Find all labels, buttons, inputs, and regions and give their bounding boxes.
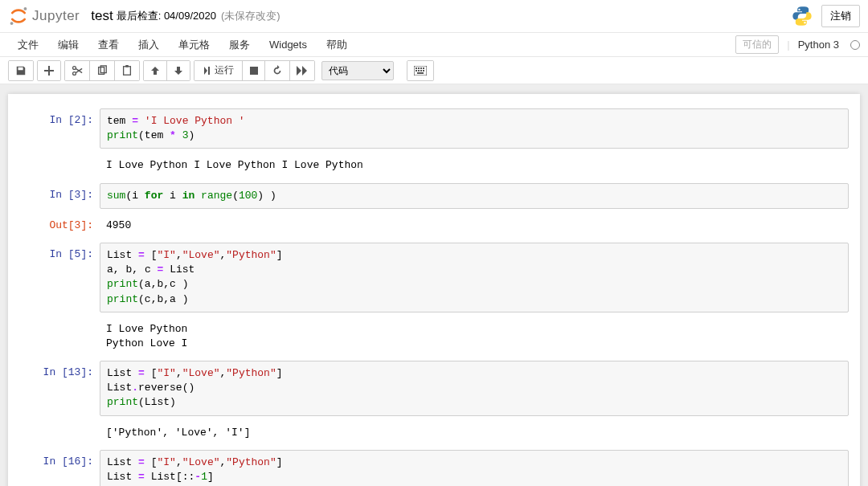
svg-rect-15	[423, 67, 424, 69]
notebook-header: Jupyter test 最后检查: 04/09/2020 (未保存改变) 注销	[0, 0, 868, 33]
arrow-down-icon	[174, 66, 183, 76]
svg-point-2	[798, 9, 800, 10]
code-cell: In [16]:List = ["I","Love","Python"] Lis…	[19, 450, 849, 486]
svg-point-1	[10, 22, 14, 25]
stdout: I Love Python I Love Python I Love Pytho…	[100, 153, 849, 178]
trusted-indicator[interactable]: 可信的	[735, 35, 779, 54]
out-prompt-empty	[19, 421, 100, 445]
menu-help[interactable]: 帮助	[317, 33, 357, 57]
code-input[interactable]: List = ["I","Love","Python"] a, b, c = L…	[100, 243, 849, 312]
save-icon	[15, 65, 27, 76]
plus-icon	[44, 66, 54, 76]
svg-rect-13	[418, 67, 420, 69]
run-label: 运行	[215, 63, 234, 77]
restart-button[interactable]	[265, 61, 290, 80]
svg-rect-20	[417, 72, 424, 74]
arrow-up-icon	[150, 66, 160, 76]
paste-icon	[121, 65, 133, 76]
out-prompt: Out[3]:	[19, 214, 100, 238]
out-prompt-empty	[19, 153, 100, 178]
save-button[interactable]	[9, 61, 33, 80]
svg-rect-19	[423, 70, 424, 71]
menu-kernel[interactable]: 服务	[219, 33, 260, 57]
menu-edit[interactable]: 编辑	[48, 33, 88, 57]
svg-rect-8	[124, 66, 131, 75]
move-up-button[interactable]	[144, 61, 167, 80]
jupyter-icon	[8, 6, 29, 27]
svg-rect-9	[125, 65, 129, 67]
menu-view[interactable]: 查看	[88, 33, 129, 57]
svg-point-0	[24, 7, 27, 10]
command-palette-button[interactable]	[407, 61, 433, 80]
notebook-scroll[interactable]: In [2]:tem = 'I Love Python ' print(tem …	[0, 84, 868, 486]
in-prompt: In [13]:	[19, 361, 100, 416]
paste-button[interactable]	[115, 61, 139, 80]
stop-icon	[250, 67, 258, 75]
logout-button[interactable]: 注销	[821, 5, 860, 27]
run-button[interactable]: 运行	[194, 61, 243, 80]
output-row: Out[3]:4950	[19, 214, 849, 238]
code-cell: In [2]:tem = 'I Love Python ' print(tem …	[19, 108, 849, 149]
code-cell: In [5]:List = ["I","Love","Python"] a, b…	[19, 243, 849, 312]
notebook-container: In [2]:tem = 'I Love Python ' print(tem …	[8, 94, 860, 486]
play-icon	[203, 67, 211, 75]
svg-rect-10	[250, 67, 258, 75]
copy-button[interactable]	[90, 61, 115, 80]
restart-icon	[272, 65, 283, 76]
svg-rect-18	[420, 70, 422, 71]
kernel-status-icon	[850, 40, 860, 50]
svg-rect-16	[416, 70, 417, 71]
jupyter-logo[interactable]: Jupyter	[8, 6, 80, 27]
cut-button[interactable]	[65, 61, 90, 80]
code-input[interactable]: List = ["I","Love","Python"] List.revers…	[100, 361, 849, 416]
toolbar: 运行 代码	[0, 57, 868, 84]
keyboard-icon	[414, 66, 427, 76]
menubar: 文件 编辑 查看 插入 单元格 服务 Widgets 帮助 可信的 | Pyth…	[0, 33, 868, 57]
celltype-select[interactable]: 代码	[321, 61, 394, 80]
menu-file[interactable]: 文件	[8, 33, 48, 57]
svg-rect-12	[416, 67, 417, 69]
menu-cell[interactable]: 单元格	[169, 33, 219, 57]
in-prompt: In [2]:	[19, 108, 100, 149]
svg-point-4	[73, 71, 76, 75]
svg-rect-17	[418, 70, 420, 71]
in-prompt: In [3]:	[19, 183, 100, 209]
code-cell: In [3]:sum(i for i in range(100) )	[19, 183, 849, 209]
kernel-name[interactable]: Python 3	[798, 39, 839, 51]
notebook-title[interactable]: test	[91, 8, 113, 24]
stop-button[interactable]	[243, 61, 265, 80]
stdout: ['Python', 'Love', 'I']	[100, 421, 849, 445]
output-row: ['Python', 'Love', 'I']	[19, 421, 849, 445]
move-down-button[interactable]	[167, 61, 190, 80]
output-row: I Love Python Python Love I	[19, 317, 849, 356]
menu-insert[interactable]: 插入	[129, 33, 169, 57]
output-row: I Love Python I Love Python I Love Pytho…	[19, 153, 849, 178]
code-input[interactable]: sum(i for i in range(100) )	[100, 183, 849, 209]
unsaved-status: (未保存改变)	[221, 9, 280, 23]
svg-point-5	[73, 66, 76, 69]
in-prompt: In [16]:	[19, 450, 100, 486]
code-input[interactable]: List = ["I","Love","Python"] List = List…	[100, 450, 849, 486]
svg-point-3	[804, 22, 805, 23]
menu-widgets[interactable]: Widgets	[260, 34, 317, 55]
python-icon	[791, 5, 813, 27]
code-cell: In [13]:List = ["I","Love","Python"] Lis…	[19, 361, 849, 416]
checkpoint-status: 最后检查: 04/09/2020	[117, 9, 216, 23]
logo-text: Jupyter	[32, 8, 80, 24]
result: 4950	[100, 214, 849, 238]
stdout: I Love Python Python Love I	[100, 317, 849, 356]
add-cell-button[interactable]	[38, 61, 60, 80]
svg-rect-14	[420, 67, 422, 69]
fast-forward-icon	[297, 66, 308, 76]
restart-run-all-button[interactable]	[290, 61, 314, 80]
scissors-icon	[72, 65, 83, 76]
code-input[interactable]: tem = 'I Love Python ' print(tem * 3)	[100, 108, 849, 149]
in-prompt: In [5]:	[19, 243, 100, 312]
copy-icon	[96, 65, 108, 76]
out-prompt-empty	[19, 317, 100, 356]
